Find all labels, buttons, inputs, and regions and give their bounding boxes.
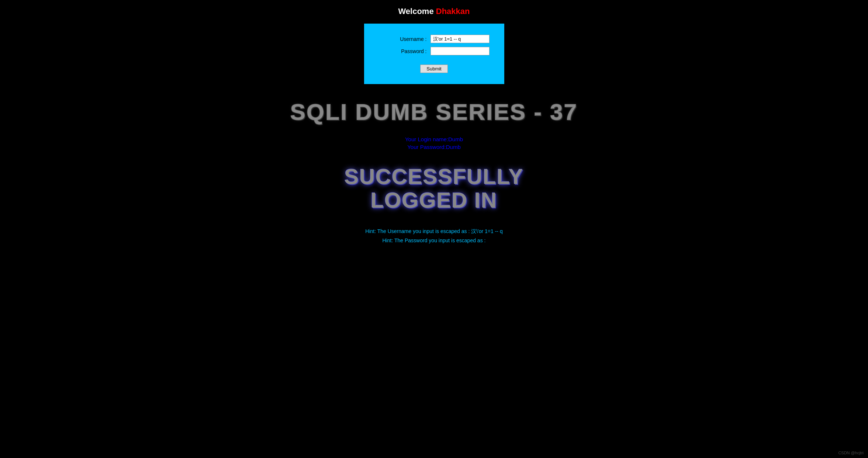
submit-button[interactable]: Submit bbox=[420, 65, 447, 73]
login-name-display: Your Login name:Dumb bbox=[405, 136, 463, 142]
password-row: Password : bbox=[379, 47, 490, 55]
page-header: Welcome Dhakkan bbox=[398, 7, 470, 16]
password-label: Password : bbox=[397, 48, 427, 54]
series-title: SQLI DUMB SERIES - 37 bbox=[290, 99, 578, 125]
success-message: SUCCESSFULLYLOGGED IN bbox=[345, 165, 524, 212]
hints-section: Hint: The Username you input is escaped … bbox=[365, 227, 502, 245]
login-password-display: Your Password:Dumb bbox=[405, 144, 463, 150]
password-hint: Hint: The Password you input is escaped … bbox=[365, 236, 502, 245]
password-input[interactable] bbox=[430, 47, 490, 55]
login-info: Your Login name:Dumb Your Password:Dumb bbox=[405, 136, 463, 150]
username-row: Username : bbox=[379, 35, 490, 43]
username-label: Username : bbox=[397, 36, 427, 42]
login-form-container: Username : Password : Submit bbox=[364, 24, 504, 84]
watermark: CSDN @hcjtri bbox=[838, 451, 864, 455]
username-input[interactable] bbox=[430, 35, 490, 43]
welcome-text: Welcome bbox=[398, 7, 433, 16]
username-hint: Hint: The Username you input is escaped … bbox=[365, 227, 502, 236]
site-name: Dhakkan bbox=[436, 7, 470, 16]
